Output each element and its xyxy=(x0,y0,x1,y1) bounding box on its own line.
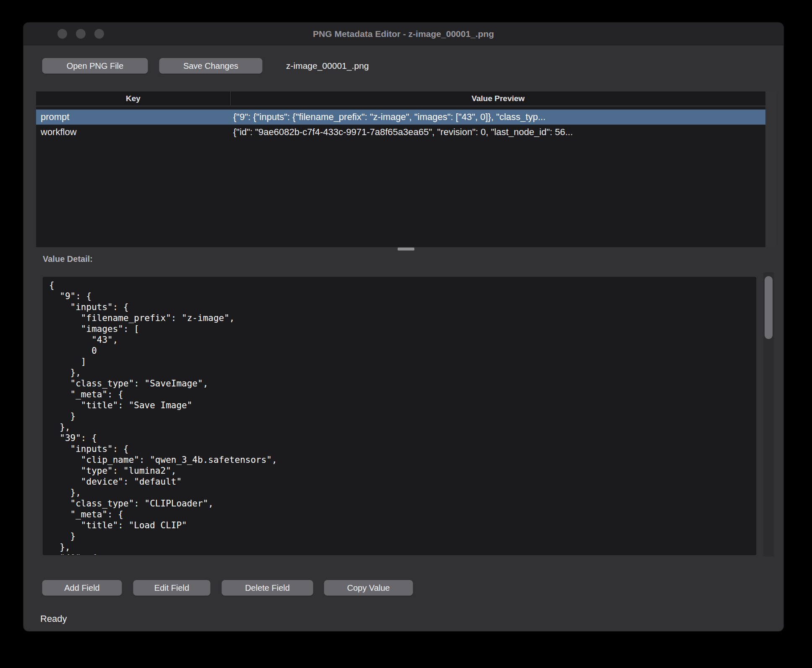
row-value-preview: {"id": "9ae6082b-c7f4-433c-9971-7a8f65a3… xyxy=(231,127,765,138)
save-changes-button[interactable]: Save Changes xyxy=(159,58,263,74)
open-png-file-button[interactable]: Open PNG File xyxy=(42,58,148,74)
table-scrollbar-gutter[interactable] xyxy=(765,91,776,247)
row-key: workflow xyxy=(36,127,231,138)
delete-field-button[interactable]: Delete Field xyxy=(221,580,313,596)
value-detail-content: { "9": { "inputs": { "filename_prefix": … xyxy=(43,277,756,555)
copy-value-button[interactable]: Copy Value xyxy=(324,580,413,596)
table-row-workflow[interactable]: workflow {"id": "9ae6082b-c7f4-433c-9971… xyxy=(36,125,765,140)
column-header-value-preview[interactable]: Value Preview xyxy=(231,91,765,105)
column-header-key[interactable]: Key xyxy=(36,91,231,105)
value-detail-textarea[interactable]: { "9": { "inputs": { "filename_prefix": … xyxy=(43,277,756,555)
title-bar[interactable]: PNG Metadata Editor - z-image_00001_.png xyxy=(23,23,783,45)
row-value-preview: {"9": {"inputs": {"filename_prefix": "z-… xyxy=(231,112,765,123)
table-row-prompt[interactable]: prompt {"9": {"inputs": {"filename_prefi… xyxy=(36,110,765,125)
metadata-table: Key Value Preview prompt {"9": {"inputs"… xyxy=(36,91,776,247)
detail-scrollbar-thumb[interactable] xyxy=(765,276,773,339)
splitter-handle[interactable] xyxy=(398,248,414,250)
current-filename-label: z-image_00001_.png xyxy=(286,58,369,74)
table-header: Key Value Preview xyxy=(36,91,765,107)
edit-field-button[interactable]: Edit Field xyxy=(133,580,211,596)
row-key: prompt xyxy=(36,112,231,123)
status-text: Ready xyxy=(40,613,67,624)
value-detail-label: Value Detail: xyxy=(43,254,93,264)
app-window: PNG Metadata Editor - z-image_00001_.png… xyxy=(23,23,783,631)
table-body: prompt {"9": {"inputs": {"filename_prefi… xyxy=(36,110,765,140)
detail-scrollbar-track[interactable] xyxy=(763,272,774,556)
window-title: PNG Metadata Editor - z-image_00001_.png xyxy=(23,23,783,45)
add-field-button[interactable]: Add Field xyxy=(42,580,122,596)
